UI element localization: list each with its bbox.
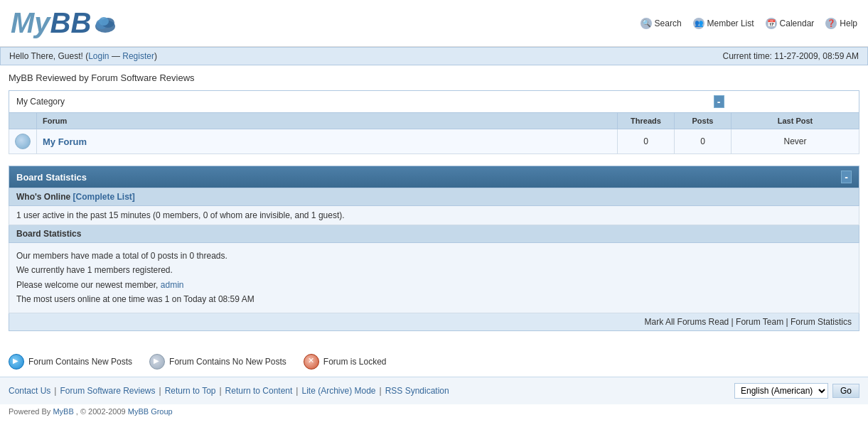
help-nav-label: Help xyxy=(840,18,857,28)
board-stats-data-row: Our members have made a total of 0 posts… xyxy=(9,243,859,313)
search-icon: 🔍 xyxy=(641,18,652,29)
new-posts-icon xyxy=(9,354,24,370)
column-headers-row: Forum Threads Posts Last Post xyxy=(9,113,859,129)
greeting-end-text: ) xyxy=(154,51,157,61)
forum-team-link[interactable]: Forum Team xyxy=(736,317,783,327)
board-stats-label-row: Board Statistics xyxy=(9,225,859,243)
forum-threads-cell: 0 xyxy=(618,129,675,154)
calendar-nav-item[interactable]: 📅 Calendar xyxy=(766,18,815,29)
logo-cloud-icon xyxy=(92,11,118,36)
mark-all-forums-read-link[interactable]: Mark All Forums Read xyxy=(645,317,729,327)
col-last-post-header: Last Post xyxy=(732,113,859,129)
memberlist-icon: 👥 xyxy=(693,18,704,29)
logo-bb-text: BB xyxy=(50,7,92,39)
stats-line1: Our members have made a total of 0 posts… xyxy=(16,251,227,261)
page-title: MyBB Reviewed by Forum Software Reviews xyxy=(9,72,859,83)
board-statistics-table: Board Statistics - Who's Online [Complet… xyxy=(9,166,859,331)
new-posts-label: Forum Contains New Posts xyxy=(28,357,132,367)
return-to-top-link[interactable]: Return to Top xyxy=(165,386,216,396)
main-content: MyBB Reviewed by Forum Software Reviews … xyxy=(0,65,868,347)
legend-locked: Forum is Locked xyxy=(304,354,387,370)
powered-by: Powered By MyBB , © 2002-2009 MyBB Group xyxy=(0,404,868,421)
stats-title: Board Statistics xyxy=(16,172,87,183)
legend-new-posts: Forum Contains New Posts xyxy=(9,354,132,370)
mybb-link[interactable]: MyBB xyxy=(53,407,73,416)
logo: MyBB xyxy=(11,7,118,39)
register-link[interactable]: Register xyxy=(122,51,154,61)
stats-line4: The most users online at one time was 1 … xyxy=(16,294,254,304)
footer-sep4: | xyxy=(296,386,298,396)
welcome-bar: Hello There, Guest! (Login — Register) C… xyxy=(0,47,868,65)
return-to-content-link[interactable]: Return to Content xyxy=(225,386,293,396)
sep1: | xyxy=(729,317,736,327)
category-header-row: My Category - xyxy=(9,91,859,113)
welcome-message: Hello There, Guest! (Login — Register) xyxy=(9,51,157,61)
forum-name-link[interactable]: My Forum xyxy=(43,136,87,147)
header: MyBB 🔍 Search 👥 Member List 📅 Calendar ❓… xyxy=(0,0,868,47)
help-nav-item[interactable]: ❓ Help xyxy=(825,18,857,29)
stats-collapse-button[interactable]: - xyxy=(841,171,852,183)
lite-mode-link[interactable]: Lite (Archive) Mode xyxy=(301,386,375,396)
logo-my-text: My xyxy=(11,7,50,39)
mybb-group-link[interactable]: MyBB Group xyxy=(128,407,173,416)
current-time-label: Current time: xyxy=(723,51,772,61)
category-collapse-button[interactable]: - xyxy=(714,95,724,108)
forum-status-icon xyxy=(15,134,31,149)
page-title-text: MyBB Reviewed by Forum Software Reviews xyxy=(9,72,195,83)
forum-last-post-cell: Never xyxy=(732,129,859,154)
forum-icon-cell xyxy=(9,129,37,154)
newest-member-link[interactable]: admin xyxy=(161,280,184,290)
language-select[interactable]: English (American)English (UK) xyxy=(734,383,828,399)
no-new-posts-label: Forum Contains No New Posts xyxy=(169,357,286,367)
locked-icon xyxy=(304,354,319,370)
rss-syndication-link[interactable]: RSS Syndication xyxy=(385,386,449,396)
legend-no-new-posts: Forum Contains No New Posts xyxy=(149,354,286,370)
calendar-nav-label: Calendar xyxy=(780,18,815,28)
col-forum-header: Forum xyxy=(37,113,618,129)
search-nav-label: Search xyxy=(655,18,682,28)
forum-statistics-link[interactable]: Forum Statistics xyxy=(791,317,852,327)
footer-sep1: | xyxy=(54,386,56,396)
greeting-text: Hello There, Guest! ( xyxy=(9,51,88,61)
go-button[interactable]: Go xyxy=(832,384,859,398)
memberlist-nav-label: Member List xyxy=(707,18,754,28)
category-table: My Category - Forum Threads Posts Last P… xyxy=(9,90,859,154)
whos-online-label: Who's Online xyxy=(16,192,70,202)
legend: Forum Contains New Posts Forum Contains … xyxy=(0,347,868,377)
forum-posts-cell: 0 xyxy=(675,129,732,154)
memberlist-nav-item[interactable]: 👥 Member List xyxy=(693,18,754,29)
online-count-row: 1 user active in the past 15 minutes (0 … xyxy=(9,206,859,225)
search-nav-item[interactable]: 🔍 Search xyxy=(641,18,682,29)
separator-text: — xyxy=(109,51,123,61)
whos-online-row: Who's Online [Complete List] xyxy=(9,188,859,206)
help-icon: ❓ xyxy=(825,18,837,29)
board-stats-label-cell: Board Statistics xyxy=(9,225,859,243)
footer-sep2: | xyxy=(159,386,161,396)
current-time: Current time: 11-27-2009, 08:59 AM xyxy=(723,51,859,61)
complete-list-link[interactable]: [Complete List] xyxy=(73,192,135,202)
sep2: | xyxy=(783,317,791,327)
no-new-posts-icon xyxy=(149,354,165,370)
table-row: My Forum 0 0 Never xyxy=(9,129,859,154)
stats-line2: We currently have 1 members registered. xyxy=(16,265,173,275)
navigation-bar: 🔍 Search 👥 Member List 📅 Calendar ❓ Help xyxy=(641,18,857,29)
forum-name-cell: My Forum xyxy=(37,129,618,154)
col-icon xyxy=(9,113,37,129)
footer-sep5: | xyxy=(380,386,382,396)
login-link[interactable]: Login xyxy=(88,51,109,61)
contact-us-link[interactable]: Contact Us xyxy=(9,386,50,396)
footer-links: Contact Us | Forum Software Reviews | Re… xyxy=(9,386,449,396)
stats-line3-pre: Please welcome our newest member, xyxy=(16,280,158,290)
board-stats-data-cell: Our members have made a total of 0 posts… xyxy=(9,243,859,313)
col-threads-header: Threads xyxy=(618,113,675,129)
footer-links-row: Mark All Forums Read | Forum Team | Foru… xyxy=(9,313,859,330)
stats-header-row: Board Statistics - xyxy=(9,166,859,188)
current-time-value: 11-27-2009, 08:59 AM xyxy=(774,51,859,61)
svg-point-3 xyxy=(99,17,109,26)
footer-sep3: | xyxy=(219,386,221,396)
forum-software-reviews-link[interactable]: Forum Software Reviews xyxy=(60,386,155,396)
category-header-cell: My Category - xyxy=(9,91,732,113)
locked-label: Forum is Locked xyxy=(323,357,387,367)
whos-online-cell: Who's Online [Complete List] xyxy=(9,188,859,206)
col-posts-header: Posts xyxy=(675,113,732,129)
